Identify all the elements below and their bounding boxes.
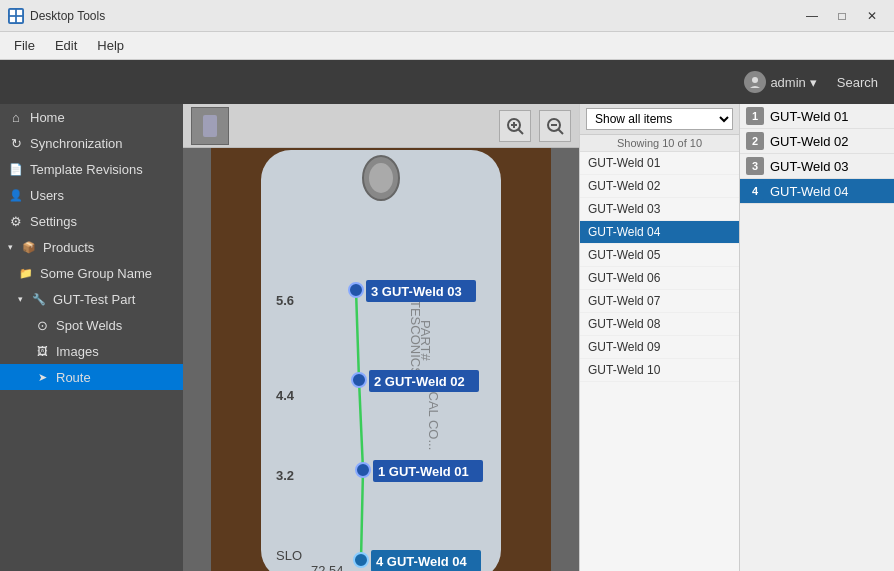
home-icon <box>8 109 24 125</box>
user-label: admin <box>770 75 805 90</box>
sidebar-item-synchronization[interactable]: Synchronization <box>0 130 183 156</box>
user-avatar-icon <box>744 71 766 93</box>
numbered-panel: 1 GUT-Weld 01 2 GUT-Weld 02 3 GUT-Weld 0… <box>739 104 894 571</box>
sidebar-item-settings[interactable]: Settings <box>0 208 183 234</box>
numbered-label: GUT-Weld 02 <box>770 134 849 149</box>
zoom-in-button[interactable] <box>499 110 531 142</box>
svg-text:SLO: SLO <box>276 548 302 563</box>
svg-point-29 <box>352 373 366 387</box>
sync-icon <box>8 135 24 151</box>
numbered-item[interactable]: 4 GUT-Weld 04 <box>740 179 894 204</box>
num-badge-1: 1 <box>746 107 764 125</box>
spot-welds-icon <box>34 317 50 333</box>
svg-text:3.2: 3.2 <box>276 468 294 483</box>
svg-text:4.4: 4.4 <box>276 388 295 403</box>
sidebar-label-images: Images <box>56 344 99 359</box>
folder-icon <box>18 265 34 281</box>
svg-text:4 GUT-Weld 04: 4 GUT-Weld 04 <box>376 554 468 569</box>
gut-test-part-chevron: ▾ <box>18 294 23 304</box>
svg-line-12 <box>559 129 564 134</box>
products-chevron: ▾ <box>8 242 13 252</box>
item-panel: Show all items Showing 10 of 10 GUT-Weld… <box>579 104 739 571</box>
sidebar-label-gut-test-part: GUT-Test Part <box>53 292 135 307</box>
sidebar-item-some-group-name[interactable]: Some Group Name <box>0 260 183 286</box>
list-item[interactable]: GUT-Weld 08 <box>580 313 739 336</box>
user-dropdown-arrow: ▾ <box>810 75 817 90</box>
sidebar-item-route[interactable]: Route <box>0 364 183 390</box>
sidebar: Home Synchronization Template Revisions … <box>0 104 183 571</box>
app-title: Desktop Tools <box>30 9 798 23</box>
images-icon <box>34 343 50 359</box>
numbered-item[interactable]: 3 GUT-Weld 03 <box>740 154 894 179</box>
sidebar-item-template-revisions[interactable]: Template Revisions <box>0 156 183 182</box>
user-menu[interactable]: admin ▾ <box>744 71 816 93</box>
svg-line-8 <box>519 129 524 134</box>
num-badge-2: 2 <box>746 132 764 150</box>
list-item[interactable]: GUT-Weld 01 <box>580 152 739 175</box>
route-icon <box>34 369 50 385</box>
sidebar-label-spot-welds: Spot Welds <box>56 318 122 333</box>
close-button[interactable]: ✕ <box>858 5 886 27</box>
list-item[interactable]: GUT-Weld 06 <box>580 267 739 290</box>
main-layout: Home Synchronization Template Revisions … <box>0 104 894 571</box>
image-container: TESCONICS PART# 3-CAL CO... 5.6 4.4 3.2 … <box>183 148 579 571</box>
part-icon <box>31 291 47 307</box>
svg-rect-0 <box>10 9 15 14</box>
sidebar-label-template-revisions: Template Revisions <box>30 162 143 177</box>
settings-icon <box>8 213 24 229</box>
numbered-item[interactable]: 2 GUT-Weld 02 <box>740 129 894 154</box>
sidebar-label-home: Home <box>30 110 65 125</box>
svg-rect-3 <box>17 16 22 21</box>
list-item[interactable]: GUT-Weld 10 <box>580 359 739 382</box>
svg-rect-6 <box>203 115 217 137</box>
numbered-label: GUT-Weld 04 <box>770 184 849 199</box>
sidebar-item-home[interactable]: Home <box>0 104 183 130</box>
menu-help[interactable]: Help <box>87 34 134 57</box>
maximize-button[interactable]: □ <box>828 5 856 27</box>
show-all-items-dropdown[interactable]: Show all items <box>586 108 733 130</box>
search-button[interactable]: Search <box>829 71 886 94</box>
svg-rect-1 <box>17 9 22 14</box>
svg-text:3 GUT-Weld 03: 3 GUT-Weld 03 <box>371 284 462 299</box>
svg-text:2 GUT-Weld 02: 2 GUT-Weld 02 <box>374 374 465 389</box>
item-panel-status: Showing 10 of 10 <box>580 135 739 152</box>
thumbnail[interactable] <box>191 107 229 145</box>
menu-edit[interactable]: Edit <box>45 34 87 57</box>
sidebar-item-products[interactable]: ▾ Products <box>0 234 183 260</box>
numbered-label: GUT-Weld 01 <box>770 109 849 124</box>
sidebar-item-images[interactable]: Images <box>0 338 183 364</box>
titlebar: Desktop Tools — □ ✕ <box>0 0 894 32</box>
sidebar-item-users[interactable]: Users <box>0 182 183 208</box>
products-icon <box>21 239 37 255</box>
sidebar-item-spot-welds[interactable]: Spot Welds <box>0 312 183 338</box>
app-icon <box>8 8 24 24</box>
menubar: File Edit Help <box>0 32 894 60</box>
list-item[interactable]: GUT-Weld 07 <box>580 290 739 313</box>
numbered-label: GUT-Weld 03 <box>770 159 849 174</box>
num-badge-4: 4 <box>746 182 764 200</box>
svg-point-35 <box>354 553 368 567</box>
list-item[interactable]: GUT-Weld 02 <box>580 175 739 198</box>
svg-text:PART#: PART# <box>418 320 433 361</box>
sidebar-label-settings: Settings <box>30 214 77 229</box>
list-item[interactable]: GUT-Weld 05 <box>580 244 739 267</box>
sidebar-label-products: Products <box>43 240 94 255</box>
sidebar-label-synchronization: Synchronization <box>30 136 123 151</box>
users-icon <box>8 187 24 203</box>
svg-point-4 <box>752 77 758 83</box>
toolbar: admin ▾ Search <box>0 60 894 104</box>
sidebar-label-route: Route <box>56 370 91 385</box>
list-item[interactable]: GUT-Weld 04 <box>580 221 739 244</box>
menu-file[interactable]: File <box>4 34 45 57</box>
list-item[interactable]: GUT-Weld 09 <box>580 336 739 359</box>
svg-rect-15 <box>261 150 501 572</box>
list-item[interactable]: GUT-Weld 03 <box>580 198 739 221</box>
svg-point-26 <box>349 283 363 297</box>
zoom-out-button[interactable] <box>539 110 571 142</box>
image-toolbar <box>183 104 579 148</box>
weld-image: TESCONICS PART# 3-CAL CO... 5.6 4.4 3.2 … <box>211 148 551 571</box>
svg-text:72 54: 72 54 <box>311 563 344 572</box>
minimize-button[interactable]: — <box>798 5 826 27</box>
numbered-item[interactable]: 1 GUT-Weld 01 <box>740 104 894 129</box>
sidebar-item-gut-test-part[interactable]: ▾ GUT-Test Part <box>0 286 183 312</box>
